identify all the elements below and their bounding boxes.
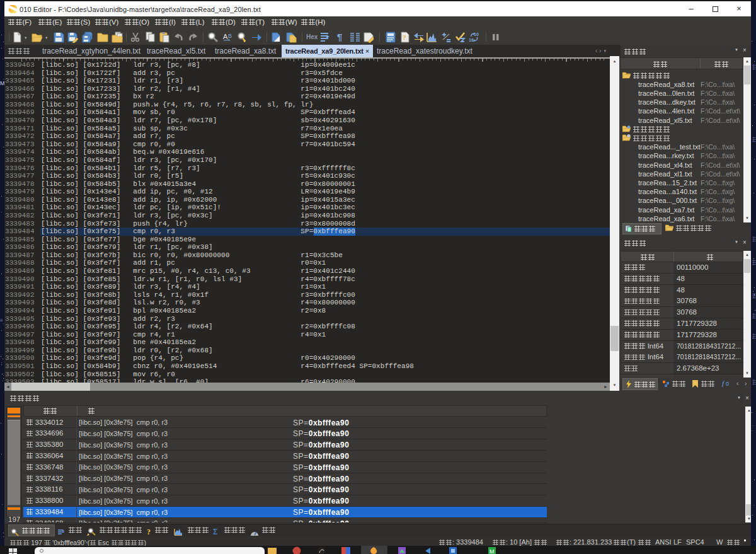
svg-text:16: 16 [469,38,474,42]
svg-text:?: ? [403,33,406,41]
svg-text:B: B [228,33,232,39]
svg-text:M: M [490,548,495,554]
svg-text:A: A [223,33,228,40]
svg-text:10: 10 [474,32,479,37]
